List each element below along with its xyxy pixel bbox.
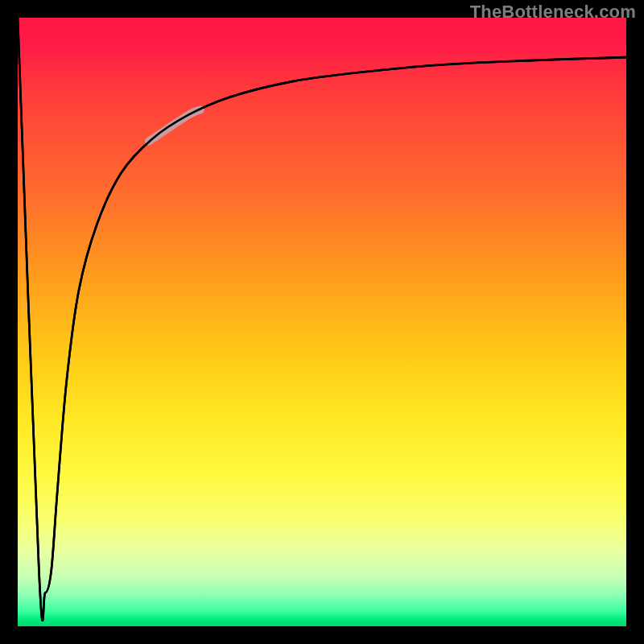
attribution-label: TheBottleneck.com	[470, 2, 636, 23]
chart-container: TheBottleneck.com	[0, 0, 644, 644]
plot-area	[18, 18, 626, 626]
